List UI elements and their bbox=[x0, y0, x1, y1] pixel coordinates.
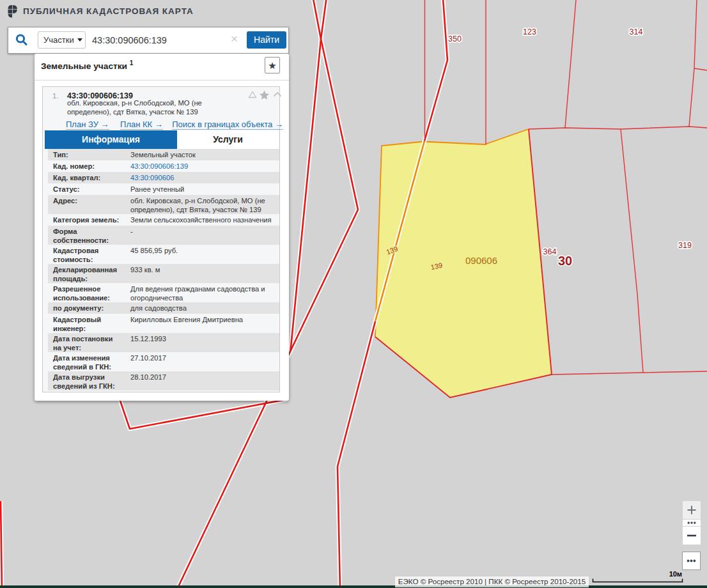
svg-text:30: 30 bbox=[558, 254, 572, 268]
svg-text:319: 319 bbox=[678, 241, 692, 250]
svg-text:090606: 090606 bbox=[465, 255, 497, 266]
svg-text:314: 314 bbox=[630, 27, 643, 36]
svg-text:364: 364 bbox=[543, 247, 557, 256]
svg-text:123: 123 bbox=[523, 27, 536, 36]
svg-text:350: 350 bbox=[448, 35, 462, 43]
